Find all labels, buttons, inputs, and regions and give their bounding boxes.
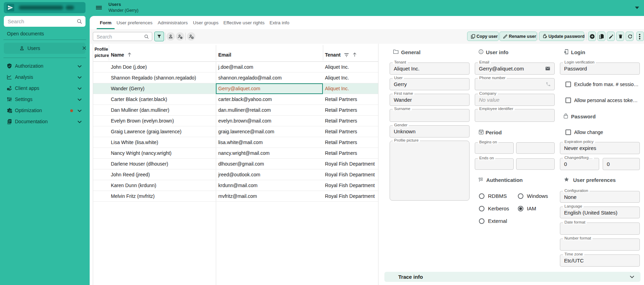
svg-text:0: 0 xyxy=(192,37,193,39)
